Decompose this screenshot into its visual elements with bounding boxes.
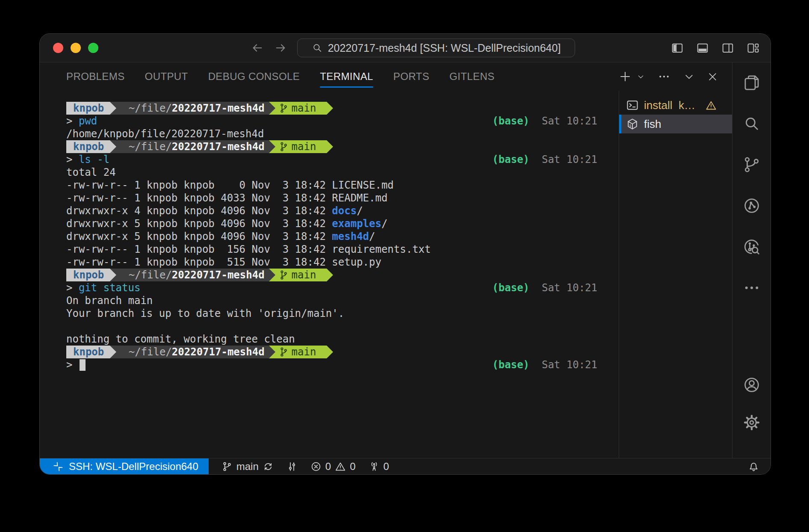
tab-gitlens[interactable]: GITLENS bbox=[449, 63, 495, 90]
broadcast-icon bbox=[369, 461, 380, 472]
terminal-tab-label: install k… bbox=[644, 99, 695, 112]
branch-status-item[interactable]: main bbox=[221, 461, 274, 473]
prompt-line: knpob ~/file/20220717-mesh4d main bbox=[66, 102, 619, 115]
right-prompt: (base) Sat 10:21 bbox=[492, 281, 597, 294]
prompt-path: ~/file/20220717-mesh4d bbox=[116, 102, 269, 115]
terminal-cursor bbox=[80, 359, 86, 371]
panel-header: PROBLEMSOUTPUTDEBUG CONSOLETERMINALPORTS… bbox=[40, 62, 732, 91]
branch-icon bbox=[279, 346, 289, 358]
hide-panel-icon[interactable] bbox=[683, 71, 695, 83]
problems-status-item[interactable]: 0 0 bbox=[310, 461, 356, 473]
desktop: { "title_bar": { "search_value": "202207… bbox=[0, 0, 809, 532]
git-branch-icon bbox=[221, 461, 233, 472]
prompt-time: Sat 10:21 bbox=[542, 358, 597, 371]
status-bar: SSH: WSL-DellPrecision640 main 0 0 0 bbox=[40, 458, 771, 474]
close-window-button[interactable] bbox=[53, 43, 63, 53]
conda-env: (base) bbox=[492, 115, 529, 127]
activity-item-search[interactable] bbox=[743, 115, 761, 133]
terminal-tab-install[interactable]: install k… bbox=[619, 96, 732, 115]
tab-problems[interactable]: PROBLEMS bbox=[66, 63, 125, 90]
tab-debug-console[interactable]: DEBUG CONSOLE bbox=[208, 63, 300, 90]
back-icon[interactable] bbox=[251, 41, 264, 54]
conda-env: (base) bbox=[492, 281, 529, 294]
command-line: > pwd(base) Sat 10:21 bbox=[66, 115, 619, 127]
errors-icon bbox=[310, 461, 322, 472]
more-actions-icon[interactable] bbox=[658, 70, 670, 83]
terminal-icon bbox=[626, 99, 639, 112]
tab-ports[interactable]: PORTS bbox=[393, 63, 429, 90]
ports-count: 0 bbox=[384, 461, 389, 473]
prompt-time: Sat 10:21 bbox=[542, 281, 597, 294]
branch-icon bbox=[279, 269, 289, 281]
terminal-output-line: drwxrwxr-x 5 knpob knpob 4096 Nov 3 18:4… bbox=[66, 230, 619, 243]
tab-terminal[interactable]: TERMINAL bbox=[320, 63, 373, 90]
prompt-path: ~/file/20220717-mesh4d bbox=[116, 269, 269, 281]
ports-status-item[interactable]: 0 bbox=[369, 461, 389, 473]
files-icon bbox=[743, 74, 761, 92]
terminal-output-line: drwxrwxr-x 5 knpob knpob 4096 Nov 3 18:4… bbox=[66, 217, 619, 230]
notifications-item[interactable] bbox=[748, 461, 759, 472]
maximize-window-button[interactable] bbox=[88, 43, 98, 53]
terminal-output-line: drwxrwxr-x 4 knpob knpob 4096 Nov 3 18:4… bbox=[66, 204, 619, 217]
errors-count: 0 bbox=[325, 461, 331, 473]
prompt-time: Sat 10:21 bbox=[542, 153, 597, 166]
more-icon bbox=[743, 279, 761, 297]
activity-item-more[interactable] bbox=[743, 279, 761, 297]
terminal-tab-label: fish bbox=[644, 118, 661, 131]
commit-graph-status-item[interactable] bbox=[286, 461, 298, 472]
search-icon bbox=[312, 42, 323, 53]
prompt-git-branch: main bbox=[275, 140, 327, 153]
terminal-tab-fish[interactable]: $fish bbox=[619, 115, 732, 133]
activity-item-gear[interactable] bbox=[743, 414, 761, 432]
terminal-output-line: -rw-rw-r-- 1 knpob knpob 0 Nov 3 18:42 L… bbox=[66, 179, 619, 192]
vscode-window: 20220717-mesh4d [SSH: WSL-DellPrecision6… bbox=[39, 33, 771, 475]
prompt-user: knpob bbox=[66, 102, 110, 115]
layout-right-icon[interactable] bbox=[721, 41, 734, 54]
conda-env: (base) bbox=[492, 153, 529, 166]
right-prompt: (base) Sat 10:21 bbox=[492, 115, 597, 127]
new-terminal-icon[interactable] bbox=[619, 70, 632, 83]
window-title: 20220717-mesh4d [SSH: WSL-DellPrecision6… bbox=[328, 42, 561, 54]
account-icon bbox=[743, 376, 761, 394]
layout-controls bbox=[671, 34, 759, 62]
forward-icon[interactable] bbox=[274, 41, 287, 54]
tab-output[interactable]: OUTPUT bbox=[145, 63, 188, 90]
activity-item-account[interactable] bbox=[743, 376, 761, 394]
activity-item-files[interactable] bbox=[743, 74, 761, 92]
terminal-viewport[interactable]: knpob ~/file/20220717-mesh4d main > pwd(… bbox=[40, 91, 619, 458]
prompt-git-branch: main bbox=[275, 269, 327, 281]
command-line: > (base) Sat 10:21 bbox=[66, 358, 619, 371]
prompt-git-branch: main bbox=[275, 346, 327, 358]
window-controls bbox=[53, 43, 98, 53]
remote-icon bbox=[53, 461, 64, 472]
terminal-output-line: nothing to commit, working tree clean bbox=[66, 333, 619, 346]
remote-indicator[interactable]: SSH: WSL-DellPrecision640 bbox=[40, 458, 209, 474]
warnings-icon bbox=[335, 461, 346, 472]
layout-custom-icon[interactable] bbox=[747, 41, 759, 54]
prompt-git-branch: main bbox=[275, 102, 327, 115]
gitlens-icon bbox=[743, 238, 761, 256]
box-icon: $ bbox=[626, 118, 639, 130]
terminal-output-line: On branch main bbox=[66, 294, 619, 307]
main-area: PROBLEMSOUTPUTDEBUG CONSOLETERMINALPORTS… bbox=[40, 62, 771, 458]
layout-left-icon[interactable] bbox=[671, 41, 684, 54]
minimize-window-button[interactable] bbox=[71, 43, 81, 53]
command-line: > ls -l(base) Sat 10:21 bbox=[66, 153, 619, 166]
branch-label: main bbox=[236, 461, 259, 473]
search-icon bbox=[743, 115, 761, 133]
launch-profile-dropdown-icon[interactable] bbox=[637, 73, 645, 81]
warning-icon bbox=[705, 100, 717, 111]
close-panel-icon[interactable] bbox=[707, 71, 718, 83]
prompt-line: knpob ~/file/20220717-mesh4d main bbox=[66, 346, 619, 358]
layout-panel-icon[interactable] bbox=[696, 41, 709, 54]
sync-icon[interactable] bbox=[263, 461, 274, 472]
history-navigation bbox=[251, 34, 287, 62]
activity-item-graph-circle[interactable] bbox=[743, 197, 761, 215]
terminal-output-line: -rw-rw-r-- 1 knpob knpob 515 Nov 3 18:42… bbox=[66, 256, 619, 269]
command-center-search[interactable]: 20220717-mesh4d [SSH: WSL-DellPrecision6… bbox=[297, 38, 575, 57]
commit-graph-icon bbox=[286, 461, 298, 472]
activity-item-source-control[interactable] bbox=[743, 156, 761, 174]
activity-item-gitlens[interactable] bbox=[743, 238, 761, 256]
panel-tab-bar: PROBLEMSOUTPUTDEBUG CONSOLETERMINALPORTS… bbox=[66, 63, 495, 90]
command-line: > git status(base) Sat 10:21 bbox=[66, 281, 619, 294]
